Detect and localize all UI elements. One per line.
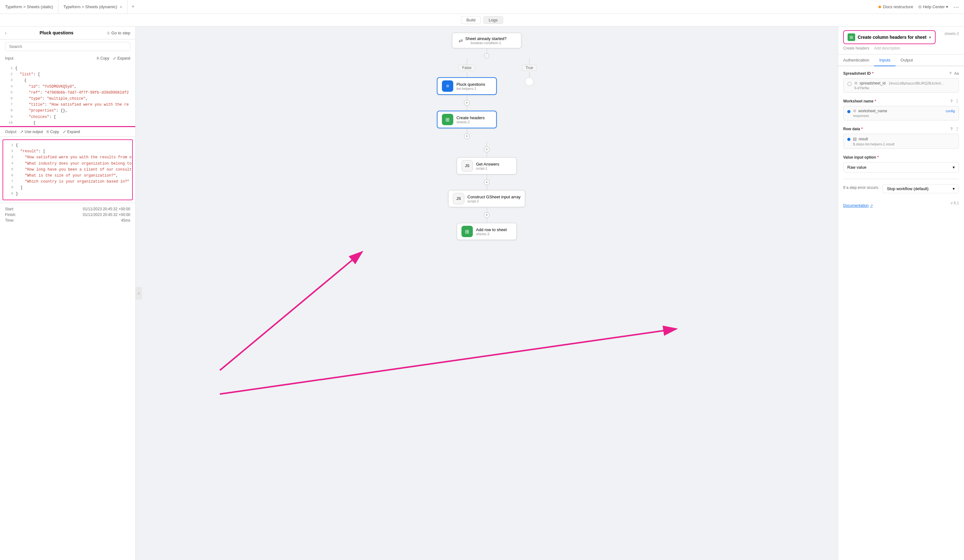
spreadsheet-id-label: Spreadsheet ID * ? Aa — [843, 71, 959, 76]
copy-output-button[interactable]: ⎘ Copy — [47, 130, 59, 134]
footer-time: Time: 45ms — [5, 218, 130, 222]
docs-badge: Docs restructure — [879, 5, 913, 9]
expand-output-button[interactable]: ⤢ Expand — [63, 130, 80, 134]
right-panel-title: Create column headers for sheet — [858, 35, 927, 40]
format-icon[interactable]: Aa — [954, 71, 959, 76]
list-icon: ≡ — [442, 80, 453, 92]
copy-input-button[interactable]: ⎘ Copy — [97, 56, 109, 60]
time-label: Time: — [5, 218, 15, 222]
panel-toggle-button[interactable]: › — [136, 287, 142, 300]
row-data-name-row: ⊟ result — [853, 136, 955, 141]
plus-button[interactable]: + — [484, 212, 490, 218]
chevron-down-icon: ▾ — [953, 165, 955, 170]
code-line: 1{ — [5, 66, 130, 71]
condition-node[interactable]: ⇄ Sheet already started? boolean-conditi… — [452, 33, 521, 58]
spreadsheet-id-content: ⚙ spreadsheet_id 1lmxzLbBphazzx3BLlRQ2BJ… — [854, 81, 955, 90]
left-panel-header: ‹ Pluck questions ⊹ Go to step — [0, 26, 135, 39]
add-row-node[interactable]: ⊞ Add row to sheet sheets-3 — [457, 223, 517, 240]
js-icon-2: JS — [453, 193, 464, 205]
external-link-icon: ↗ — [870, 204, 873, 208]
plus-button[interactable]: + — [484, 179, 490, 185]
worksheet-name-key: worksheet_name — [858, 109, 887, 113]
help-icon[interactable]: ? — [949, 71, 951, 76]
tab-inputs[interactable]: Inputs — [874, 55, 895, 66]
code-line: 9 "choices": [ — [5, 114, 130, 120]
tab-dynamic-label: Typeform > Sheets (dynamic) — [64, 5, 117, 9]
create-headers-node[interactable]: ⊞ Create headers sheets-2 — [437, 111, 497, 128]
tab-output[interactable]: Output — [896, 55, 918, 66]
back-button[interactable]: ‹ — [5, 31, 6, 35]
switch-icon: ⇄ — [459, 37, 463, 44]
topbar-right: Docs restructure ⊙ Help Center ▾ ⋯ — [879, 3, 964, 10]
false-tag: False — [459, 65, 475, 71]
error-value: Stop workflow (default) — [887, 187, 928, 191]
error-row: If a step error occurs: Stop workflow (d… — [843, 184, 959, 193]
start-label: Start: — [5, 207, 14, 211]
output-label: Output — [5, 130, 16, 134]
field-actions: ? ⋮ — [951, 99, 959, 104]
build-button[interactable]: Build — [461, 16, 481, 24]
tab-authentication[interactable]: Authentication — [838, 55, 874, 66]
logs-button[interactable]: Logs — [483, 16, 503, 24]
tab-dynamic[interactable]: Typeform > Sheets (dynamic) × — [59, 0, 127, 13]
get-answers-node[interactable]: JS Get Answers script-1 — [457, 157, 517, 174]
code-line: 4 "What industry does your organization … — [6, 161, 130, 167]
row-data-label: Row data * ? ⋮ — [843, 127, 959, 131]
add-description-text: Add description — [874, 46, 900, 50]
code-line: 2 "result": [ — [6, 149, 130, 154]
documentation-link[interactable]: Documentation ↗ — [843, 203, 873, 208]
add-tab-button[interactable]: + — [127, 3, 138, 10]
go-to-step-button[interactable]: ⊹ Go to step — [107, 31, 130, 35]
plus-button[interactable]: + — [464, 133, 470, 139]
plus-button[interactable]: + — [484, 147, 490, 152]
more-options-button[interactable]: ⋯ — [953, 3, 959, 10]
pluck-questions-node[interactable]: ≡ Pluck questions list-helpers-1 — [437, 77, 497, 95]
chevron-down-icon[interactable]: ▾ — [929, 35, 931, 40]
worksheet-name-row: ⚙ worksheet_name config — [853, 109, 955, 113]
true-branch: True — [522, 58, 537, 86]
more-icon[interactable]: ⋮ — [955, 127, 959, 131]
code-line: 1{ — [6, 143, 130, 149]
branch-row: False ≡ Pluck questions list-helpers-1 — [437, 58, 537, 139]
condition-label: Sheet already started? — [465, 36, 506, 41]
more-icon[interactable]: ⋮ — [955, 99, 959, 104]
worksheet-name-content: ⚙ worksheet_name config responses — [853, 109, 955, 118]
radio-button[interactable] — [847, 82, 852, 86]
minus-button[interactable]: − — [484, 53, 489, 58]
row-data-path: $.steps.list-helpers-1.result — [853, 142, 955, 146]
spreadsheet-id-value-row: ⚙ spreadsheet_id 1lmxzLbBphazzx3BLlRQ2BJ… — [843, 78, 959, 93]
create-headers-sub: Create headers Add description — [843, 46, 959, 50]
tab-static[interactable]: Typeform > Sheets (static) — [0, 0, 59, 13]
expand-input-button[interactable]: ⤢ Expand — [113, 56, 130, 60]
sheets-icon: ⊞ — [442, 114, 453, 125]
close-icon[interactable]: × — [120, 5, 122, 10]
search-input[interactable] — [5, 42, 130, 51]
expand-output-icon: ⤢ — [63, 130, 66, 134]
value-input-dropdown[interactable]: Raw value ▾ — [843, 162, 959, 172]
connector — [529, 72, 529, 77]
error-dropdown[interactable]: Stop workflow (default) ▾ — [883, 184, 959, 193]
worksheet-name-group: Worksheet name * ? ⋮ ⚙ worksheet_name co… — [843, 99, 959, 120]
pluck-sublabel: list-helpers-1 — [456, 87, 485, 91]
footer-info: Start: 01/11/2023 20:45:32 +00:00 Finish… — [0, 203, 135, 226]
go-to-step-label: Go to step — [111, 31, 130, 35]
create-headers-label: Create headers — [456, 115, 485, 120]
help-icon[interactable]: ? — [951, 127, 953, 131]
construct-label: Construct GSheet input array — [467, 195, 521, 199]
code-line: 2 "list": [ — [5, 71, 130, 78]
code-line: 9} — [6, 191, 130, 197]
pluck-label: Pluck questions — [456, 82, 485, 87]
plus-button[interactable]: + — [464, 100, 470, 106]
worksheet-name-label: Worksheet name * ? ⋮ — [843, 99, 959, 104]
right-panel-tabs: Authentication Inputs Output — [838, 55, 964, 66]
spreadsheet-id-short-value: 9-dYbr8w — [854, 86, 955, 90]
help-center-button[interactable]: ⊙ Help Center ▾ — [918, 5, 948, 9]
construct-gsheet-node[interactable]: JS Construct GSheet input array script-2 — [448, 190, 525, 207]
version-badge: v 8.1 — [951, 201, 959, 205]
start-value: 01/11/2023 20:45:32 +00:00 — [83, 207, 130, 211]
use-output-button[interactable]: ↗ Use output — [20, 130, 43, 134]
code-line: 6 "What is the size of your organization… — [6, 173, 130, 179]
spreadsheet-id-long-value: 1lmxzLbBphazzx3BLlRQ2BJo3oXt6D3SLkch — [889, 81, 945, 85]
help-icon[interactable]: ? — [951, 99, 953, 104]
panel-title: Pluck questions — [40, 30, 73, 35]
